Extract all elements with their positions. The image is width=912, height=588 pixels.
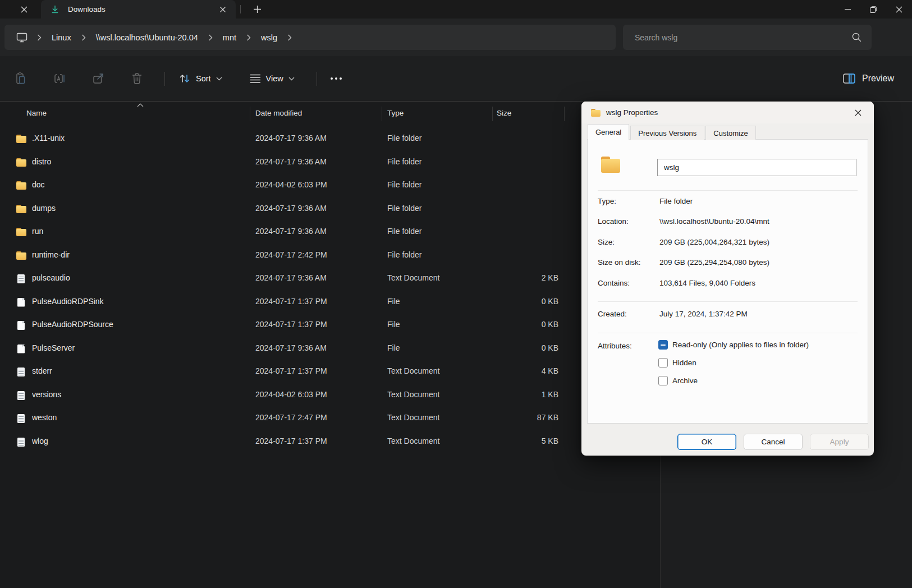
file-type-icon <box>16 228 26 237</box>
column-divider[interactable] <box>492 107 493 121</box>
file-date: 2024-07-17 1:37 PM <box>255 320 327 329</box>
table-row[interactable]: PulseAudioRDPSource 2024-07-17 1:37 PM F… <box>0 314 660 337</box>
file-name: PulseAudioRDPSource <box>32 320 113 329</box>
file-date: 2024-04-02 6:03 PM <box>255 390 327 399</box>
readonly-checkbox[interactable] <box>658 340 668 350</box>
search-input[interactable] <box>623 25 872 50</box>
share-button[interactable] <box>87 67 109 90</box>
toolbar-divider <box>317 72 317 86</box>
tab-title: Downloads <box>68 5 216 13</box>
table-row[interactable]: pulseaudio 2024-07-17 9:36 AM Text Docum… <box>0 267 660 291</box>
minimize-button[interactable] <box>835 0 860 19</box>
table-row[interactable]: .X11-unix 2024-07-17 9:36 AM File folder <box>0 127 660 151</box>
table-row[interactable]: distro 2024-07-17 9:36 AM File folder <box>0 151 660 174</box>
folder-name-input[interactable] <box>657 159 856 176</box>
chevron-right-icon[interactable] <box>37 34 42 41</box>
table-row[interactable]: PulseServer 2024-07-17 9:36 AM File 0 KB <box>0 337 660 361</box>
search-icon[interactable] <box>851 32 862 43</box>
file-name: PulseServer <box>32 343 75 352</box>
rename-button[interactable] <box>48 67 71 90</box>
file-date: 2024-07-17 1:37 PM <box>255 437 327 445</box>
table-row[interactable]: dumps 2024-07-17 9:36 AM File folder <box>0 197 660 221</box>
tabbar-divider <box>240 5 241 13</box>
file-type: Text Document <box>387 437 439 445</box>
this-pc-icon[interactable] <box>16 32 28 43</box>
command-bar: Sort View Preview <box>0 56 912 102</box>
column-divider[interactable] <box>564 107 565 121</box>
file-size: 0 KB <box>480 343 558 352</box>
file-type-icon <box>16 205 26 214</box>
new-tab-button[interactable] <box>246 0 268 19</box>
tab-close-button-left[interactable] <box>13 0 35 19</box>
file-type: File folder <box>387 227 421 236</box>
dialog-close-button[interactable] <box>849 105 867 120</box>
field-value-location: \\wsl.localhost\Ubuntu-20.04\mnt <box>659 217 769 226</box>
properties-dialog: wslg Properties General Previous Version… <box>581 102 874 456</box>
dialog-tabs: General Previous Versions Customize <box>588 124 757 140</box>
more-options-button[interactable] <box>325 67 347 90</box>
file-date: 2024-04-02 6:03 PM <box>255 180 327 189</box>
close-icon <box>854 109 862 117</box>
table-row[interactable]: weston 2024-07-17 2:47 PM Text Document … <box>0 407 660 430</box>
field-label-type: Type: <box>598 197 616 205</box>
address-bar[interactable]: Linux \\wsl.localhost\Ubuntu-20.04 mnt w… <box>4 25 616 50</box>
breadcrumb-unc-path[interactable]: \\wsl.localhost\Ubuntu-20.04 <box>93 31 201 44</box>
table-row[interactable]: runtime-dir 2024-07-17 2:42 PM File fold… <box>0 244 660 268</box>
file-type: Text Document <box>387 273 439 282</box>
breadcrumb-mnt[interactable]: mnt <box>219 31 240 44</box>
field-label-attributes: Attributes: <box>598 342 632 350</box>
file-date: 2024-07-17 9:36 AM <box>255 204 327 213</box>
column-header-type[interactable]: Type <box>387 109 404 117</box>
field-value-contains: 103,614 Files, 9,040 Folders <box>659 279 755 287</box>
view-button[interactable]: View <box>244 67 300 90</box>
apply-button[interactable]: Apply <box>810 434 869 450</box>
field-value-type: File folder <box>659 197 693 205</box>
separator <box>598 301 858 302</box>
tab-close-button[interactable] <box>216 3 230 16</box>
restore-icon <box>869 6 877 13</box>
tab-general[interactable]: General <box>588 124 629 140</box>
table-row[interactable]: run 2024-07-17 9:36 AM File folder <box>0 220 660 244</box>
archive-checkbox[interactable] <box>658 376 668 385</box>
chevron-right-icon[interactable] <box>81 34 86 41</box>
hidden-checkbox[interactable] <box>658 358 668 368</box>
breadcrumb-wslg[interactable]: wslg <box>258 31 281 44</box>
table-row[interactable]: PulseAudioRDPSink 2024-07-17 1:37 PM Fil… <box>0 291 660 314</box>
readonly-label: Read-only (Only applies to files in fold… <box>672 341 809 349</box>
table-row[interactable]: stderr 2024-07-17 1:37 PM Text Document … <box>0 360 660 384</box>
column-header-size[interactable]: Size <box>497 109 511 117</box>
breadcrumb-linux[interactable]: Linux <box>48 31 75 44</box>
column-header-date-modified[interactable]: Date modified <box>255 109 302 117</box>
chevron-right-icon[interactable] <box>287 34 292 41</box>
tab-previous-versions[interactable]: Previous Versions <box>630 126 704 140</box>
table-row[interactable]: wlog 2024-07-17 1:37 PM Text Document 5 … <box>0 430 660 454</box>
view-icon <box>250 74 261 84</box>
close-window-button[interactable] <box>886 0 912 19</box>
table-row[interactable]: versions 2024-04-02 6:03 PM Text Documen… <box>0 384 660 407</box>
tab-downloads[interactable]: Downloads <box>41 0 236 19</box>
ok-button[interactable]: OK <box>677 434 736 450</box>
file-type-icon <box>16 135 26 144</box>
paste-button[interactable] <box>10 67 32 90</box>
file-date: 2024-07-17 1:37 PM <box>255 297 327 306</box>
file-type-icon <box>16 181 26 190</box>
maximize-restore-button[interactable] <box>860 0 886 19</box>
chevron-right-icon[interactable] <box>246 34 251 41</box>
file-type: Text Document <box>387 413 439 422</box>
tab-customize[interactable]: Customize <box>705 126 755 140</box>
chevron-down-icon <box>288 77 295 81</box>
sort-button[interactable]: Sort <box>173 67 228 90</box>
search-box <box>623 25 872 50</box>
delete-button[interactable] <box>126 67 148 90</box>
column-header-name[interactable]: Name <box>26 109 47 117</box>
column-divider[interactable] <box>250 107 250 121</box>
preview-toggle-button[interactable]: Preview <box>837 67 900 90</box>
column-divider[interactable] <box>382 107 382 121</box>
chevron-right-icon[interactable] <box>208 34 213 41</box>
file-name: PulseAudioRDPSink <box>32 297 104 306</box>
file-date: 2024-07-17 9:36 AM <box>255 157 327 166</box>
file-size: 1 KB <box>480 390 558 399</box>
file-name: dumps <box>32 204 56 213</box>
cancel-button[interactable]: Cancel <box>744 434 803 450</box>
table-row[interactable]: doc 2024-04-02 6:03 PM File folder <box>0 174 660 197</box>
